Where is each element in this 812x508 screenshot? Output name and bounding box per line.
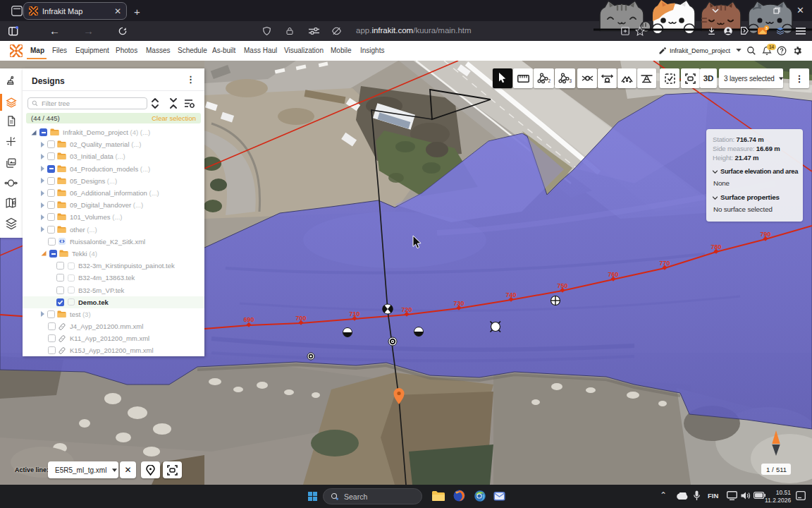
svg-text:511: 511 bbox=[776, 466, 787, 473]
svg-text:750: 750 bbox=[557, 282, 567, 289]
svg-text:700: 700 bbox=[295, 315, 306, 322]
svg-text:710: 710 bbox=[349, 310, 359, 318]
svg-text:730: 730 bbox=[453, 300, 464, 307]
svg-text:760: 760 bbox=[608, 271, 618, 278]
svg-text:790: 790 bbox=[760, 231, 770, 238]
svg-text:690: 690 bbox=[243, 316, 254, 323]
svg-text:780: 780 bbox=[710, 243, 721, 250]
svg-text:1 /: 1 / bbox=[766, 466, 774, 473]
svg-text:720: 720 bbox=[401, 306, 412, 313]
svg-text:2: 2 bbox=[548, 78, 551, 83]
svg-text:740: 740 bbox=[505, 291, 516, 298]
svg-text:770: 770 bbox=[659, 260, 670, 267]
svg-text:3: 3 bbox=[570, 78, 572, 83]
svg-text:3: 3 bbox=[765, 26, 768, 30]
